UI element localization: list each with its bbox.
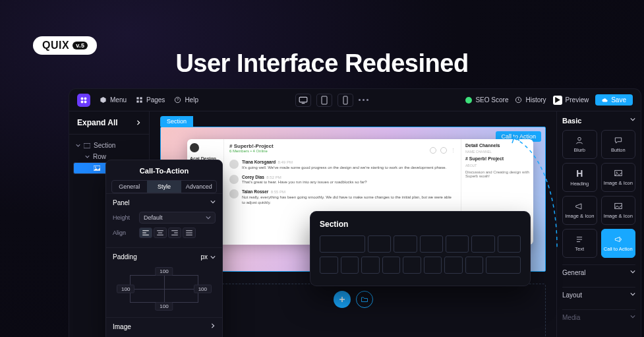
pages-button[interactable]: Pages xyxy=(136,96,165,104)
mock-message: Talan Rosser 8:55 PMNot really, everythi… xyxy=(229,189,455,205)
element-blurb[interactable]: Blurb xyxy=(562,130,597,159)
user-icon xyxy=(575,136,584,145)
device-tablet-button[interactable] xyxy=(316,94,332,107)
menu-button[interactable]: Menu xyxy=(100,96,127,104)
align-center-button[interactable] xyxy=(154,228,167,238)
help-label: Help xyxy=(185,96,198,104)
section-tag[interactable]: Section xyxy=(160,116,193,127)
layout-option[interactable] xyxy=(320,257,338,274)
padding-top-input[interactable]: 100 xyxy=(155,267,173,276)
brand-name: QUIX xyxy=(42,40,69,51)
layout-option[interactable] xyxy=(465,257,484,274)
expand-all-button[interactable]: Expand All xyxy=(69,111,149,135)
image-icon xyxy=(94,166,100,171)
chevron-down-icon xyxy=(206,215,211,220)
chevron-down-icon xyxy=(85,154,90,159)
tree-node-section[interactable]: Section xyxy=(73,140,145,151)
layout-option[interactable] xyxy=(498,235,521,253)
mock-call-icon xyxy=(430,147,436,154)
text-icon xyxy=(575,235,584,244)
group-layout[interactable]: Layout xyxy=(562,287,635,303)
layout-option[interactable] xyxy=(341,257,359,274)
element-call-to-action[interactable]: Call to Action xyxy=(601,229,636,258)
chevron-down-icon xyxy=(630,269,635,274)
tree-label: Row xyxy=(93,153,106,160)
chevron-down-icon[interactable] xyxy=(210,199,216,204)
cta-panel-title: Call-To-Action xyxy=(106,160,222,180)
cta-tab-advanced[interactable]: Advanced xyxy=(181,181,216,193)
svg-rect-1 xyxy=(140,97,142,99)
layout-option[interactable] xyxy=(382,257,401,274)
layout-option[interactable] xyxy=(368,235,391,253)
cta-tab-style[interactable]: Style xyxy=(147,181,182,193)
app-logo-icon[interactable] xyxy=(77,94,90,107)
group-general[interactable]: General xyxy=(562,264,635,280)
padding-bottom-input[interactable]: 100 xyxy=(155,302,173,311)
layout-option[interactable] xyxy=(420,235,443,253)
chevron-down-icon xyxy=(630,314,635,319)
section-icon xyxy=(84,143,90,148)
height-value: Default xyxy=(144,214,163,221)
mock-project-name: # Superb! Project xyxy=(465,156,529,161)
add-library-button[interactable] xyxy=(356,291,373,308)
element-heading[interactable]: HHeading xyxy=(562,163,597,192)
element-button[interactable]: Button xyxy=(601,130,636,159)
image-icon xyxy=(614,169,623,178)
svg-rect-0 xyxy=(136,97,138,99)
save-label: Save xyxy=(611,96,626,104)
panel-section-label: Panel xyxy=(113,199,130,206)
align-justify-button[interactable] xyxy=(183,228,196,238)
folder-icon xyxy=(361,295,368,303)
svg-rect-6 xyxy=(299,97,307,102)
layout-option[interactable] xyxy=(424,257,442,274)
brand-version: v.5 xyxy=(73,42,88,49)
chevron-right-icon[interactable] xyxy=(210,323,216,328)
chevron-right-icon xyxy=(136,120,141,125)
svg-rect-11 xyxy=(84,143,90,148)
mock-message: Corey Dias 8:52 PMThat's great to hear. … xyxy=(229,175,455,186)
padding-label: Padding xyxy=(113,253,137,260)
mock-chat-sub: 6 Members • 4 Online xyxy=(229,149,274,153)
mock-logo-icon xyxy=(190,143,199,152)
layout-option[interactable] xyxy=(394,235,417,253)
align-right-button[interactable] xyxy=(168,228,181,238)
element-image-icon-2[interactable]: Image & Icon xyxy=(562,196,597,225)
svg-rect-2 xyxy=(136,100,138,102)
preview-button[interactable]: Preview xyxy=(553,96,589,105)
chevron-down-icon[interactable] xyxy=(210,255,216,260)
history-button[interactable]: History xyxy=(515,96,546,104)
image-section-label: Image xyxy=(113,323,131,330)
history-label: History xyxy=(525,96,546,104)
align-left-button[interactable] xyxy=(139,228,152,238)
layout-option[interactable] xyxy=(403,257,421,274)
chat-icon xyxy=(614,136,623,145)
pages-label: Pages xyxy=(146,96,165,104)
device-mobile-button[interactable] xyxy=(337,94,353,107)
hero-title: User Interface Redesined xyxy=(175,49,468,78)
padding-left-input[interactable]: 100 xyxy=(117,285,134,293)
padding-unit[interactable]: px xyxy=(200,253,208,260)
height-select[interactable]: Default xyxy=(139,212,216,224)
play-icon xyxy=(553,96,562,105)
element-text[interactable]: Text xyxy=(562,229,597,258)
layout-option[interactable] xyxy=(444,257,463,274)
layout-option[interactable] xyxy=(361,257,380,274)
padding-right-input[interactable]: 100 xyxy=(194,285,212,293)
layout-option[interactable] xyxy=(320,235,365,253)
chevron-down-icon[interactable] xyxy=(630,117,635,122)
device-desktop-button[interactable] xyxy=(295,94,311,107)
help-button[interactable]: ? Help xyxy=(174,96,198,104)
chevron-down-icon xyxy=(76,143,80,148)
save-button[interactable]: Save xyxy=(595,94,633,106)
svg-rect-3 xyxy=(140,100,142,102)
element-image-icon-3[interactable]: Image & Icon xyxy=(601,196,636,225)
layout-option[interactable] xyxy=(471,235,494,253)
more-icon[interactable] xyxy=(359,99,368,101)
group-media[interactable]: Media xyxy=(562,309,635,325)
add-section-button[interactable] xyxy=(334,291,351,308)
layout-option[interactable] xyxy=(486,257,521,274)
layout-option[interactable] xyxy=(446,235,469,253)
element-image-icon[interactable]: Image & Icon xyxy=(601,163,636,192)
seo-score-button[interactable]: SEO Score xyxy=(465,96,508,104)
cta-tab-general[interactable]: General xyxy=(112,181,147,193)
